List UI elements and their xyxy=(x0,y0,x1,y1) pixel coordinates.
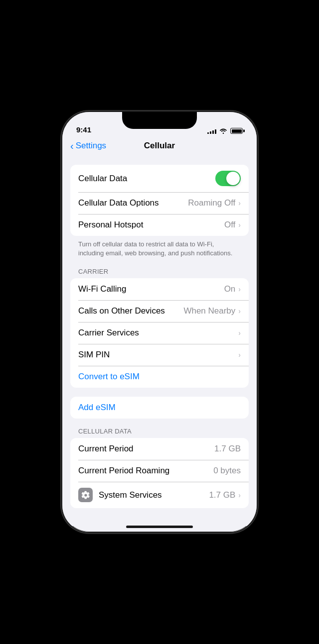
current-period-roaming-row: Current Period Roaming 0 bytes xyxy=(70,460,249,482)
convert-esim-row[interactable]: Convert to eSIM xyxy=(70,366,249,388)
system-services-value: 1.7 GB xyxy=(209,490,235,500)
gear-icon xyxy=(81,491,90,500)
status-time: 9:41 xyxy=(76,125,91,134)
calls-other-devices-label: Calls on Other Devices xyxy=(78,306,165,316)
chevron-right-icon: › xyxy=(238,285,241,293)
add-esim-row[interactable]: Add eSIM xyxy=(70,397,249,419)
personal-hotspot-value: Off xyxy=(224,220,235,230)
content-area: Cellular Data Cellular Data Options Roam… xyxy=(62,156,257,526)
cellular-data-card: Cellular Data Cellular Data Options Roam… xyxy=(70,165,249,236)
system-services-label: System Services xyxy=(99,490,162,500)
chevron-right-icon: › xyxy=(238,307,241,315)
carrier-section-header: CARRIER xyxy=(62,268,257,278)
cellular-data-row[interactable]: Cellular Data xyxy=(70,165,249,192)
wifi-calling-row[interactable]: Wi-Fi Calling On › xyxy=(70,278,249,300)
chevron-right-icon: › xyxy=(238,329,241,337)
back-label: Settings xyxy=(76,141,106,151)
cellular-data-options-value: Roaming Off xyxy=(188,198,235,208)
sim-pin-row[interactable]: SIM PIN › xyxy=(70,344,249,366)
current-period-roaming-label: Current Period Roaming xyxy=(78,466,169,476)
add-esim-card: Add eSIM xyxy=(70,397,249,419)
cellular-data-usage-card: Current Period 1.7 GB Current Period Roa… xyxy=(70,438,249,508)
current-period-roaming-value: 0 bytes xyxy=(213,466,241,476)
cellular-data-section-header: CELLULAR DATA xyxy=(62,428,257,438)
calls-other-devices-value: When Nearby xyxy=(183,306,235,316)
convert-esim-label: Convert to eSIM xyxy=(78,372,140,382)
chevron-right-icon: › xyxy=(238,199,241,207)
sim-pin-label: SIM PIN xyxy=(78,350,110,360)
cellular-data-options-row[interactable]: Cellular Data Options Roaming Off › xyxy=(70,192,249,214)
chevron-right-icon: › xyxy=(238,221,241,229)
back-chevron-icon: ‹ xyxy=(70,141,74,151)
personal-hotspot-label: Personal Hotspot xyxy=(78,220,143,230)
chevron-right-icon: › xyxy=(238,491,241,499)
cellular-data-toggle[interactable] xyxy=(215,171,241,186)
toggle-knob xyxy=(226,172,240,185)
system-services-row[interactable]: System Services 1.7 GB › xyxy=(70,482,249,508)
chevron-right-icon: › xyxy=(238,351,241,359)
cellular-data-label: Cellular Data xyxy=(78,174,127,184)
wifi-calling-value: On xyxy=(224,284,236,294)
current-period-label: Current Period xyxy=(78,444,134,454)
wifi-icon xyxy=(219,128,227,134)
page-title: Cellular xyxy=(144,141,175,151)
status-icons xyxy=(207,128,243,134)
wifi-calling-label: Wi-Fi Calling xyxy=(78,284,126,294)
battery-icon xyxy=(230,128,243,134)
add-esim-label: Add eSIM xyxy=(78,403,116,413)
cellular-description: Turn off cellular data to restrict all d… xyxy=(70,236,249,263)
current-period-row: Current Period 1.7 GB xyxy=(70,438,249,460)
carrier-card: Wi-Fi Calling On › Calls on Other Device… xyxy=(70,278,249,388)
calls-other-devices-row[interactable]: Calls on Other Devices When Nearby › xyxy=(70,300,249,322)
carrier-services-label: Carrier Services xyxy=(78,328,139,338)
signal-icon xyxy=(207,128,216,134)
carrier-services-row[interactable]: Carrier Services › xyxy=(70,322,249,344)
back-button[interactable]: ‹ Settings xyxy=(70,141,106,151)
current-period-value: 1.7 GB xyxy=(214,444,241,454)
personal-hotspot-row[interactable]: Personal Hotspot Off › xyxy=(70,214,249,236)
system-services-icon xyxy=(78,488,93,502)
cellular-data-options-label: Cellular Data Options xyxy=(78,198,159,208)
nav-bar: ‹ Settings Cellular xyxy=(62,137,257,156)
home-indicator xyxy=(126,526,193,528)
